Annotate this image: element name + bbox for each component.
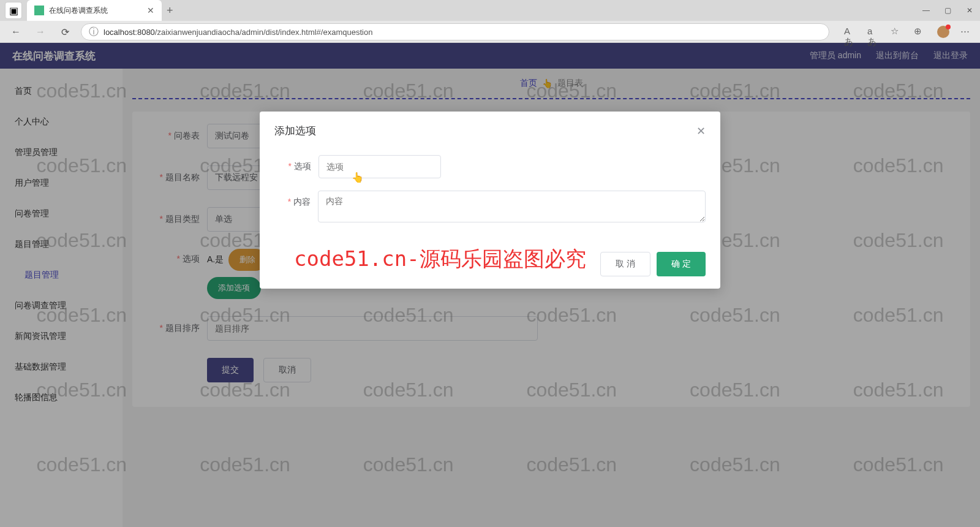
tab-bar: ▣ 在线问卷调查系统 ✕ + — ▢ ✕ xyxy=(0,0,980,21)
address-bar: ← → ⟳ ⓘ localhost:8080/zaixianwenjuandia… xyxy=(0,21,980,43)
tab-title: 在线问卷调查系统 xyxy=(49,6,142,16)
tab-sidebar-icon[interactable]: ▣ xyxy=(5,2,22,19)
translate-icon[interactable]: aあ xyxy=(867,26,880,38)
more-icon[interactable]: ⋯ xyxy=(960,26,973,38)
browser-tab[interactable]: 在线问卷调查系统 ✕ xyxy=(27,0,162,21)
modal-option-label: 选项 xyxy=(294,161,311,171)
read-aloud-icon[interactable]: Aあ xyxy=(844,26,856,38)
tab-close-icon[interactable]: ✕ xyxy=(147,6,154,15)
add-option-modal: 添加选项 ✕ *选项 *内容 取 消 确 定 xyxy=(260,112,720,289)
info-icon: ⓘ xyxy=(89,26,99,39)
close-window-icon[interactable]: ✕ xyxy=(967,6,975,15)
modal-cancel-button[interactable]: 取 消 xyxy=(600,252,650,276)
minimize-icon[interactable]: — xyxy=(922,6,931,15)
refresh-button[interactable]: ⟳ xyxy=(56,23,74,40)
new-tab-button[interactable]: + xyxy=(167,4,173,17)
modal-overlay[interactable]: 添加选项 ✕ *选项 *内容 取 消 确 定 xyxy=(0,43,980,527)
favorites-icon[interactable]: ☆ xyxy=(891,26,903,38)
modal-title: 添加选项 xyxy=(274,124,316,138)
profile-avatar[interactable] xyxy=(937,26,949,38)
forward-button[interactable]: → xyxy=(32,23,49,40)
back-button[interactable]: ← xyxy=(7,23,24,40)
modal-content-textarea[interactable] xyxy=(318,191,706,222)
maximize-icon[interactable]: ▢ xyxy=(944,6,953,15)
modal-confirm-button[interactable]: 确 定 xyxy=(657,252,706,276)
favicon-icon xyxy=(34,6,44,15)
collections-icon[interactable]: ⊕ xyxy=(914,26,926,38)
url-input[interactable]: ⓘ localhost:8080/zaixianwenjuandiaocha/a… xyxy=(81,23,829,40)
modal-content-label: 内容 xyxy=(293,197,311,207)
browser-chrome: ▣ 在线问卷调查系统 ✕ + — ▢ ✕ ← → ⟳ ⓘ localhost:8… xyxy=(0,0,980,43)
modal-close-icon[interactable]: ✕ xyxy=(696,124,706,138)
modal-option-input[interactable] xyxy=(318,155,441,178)
